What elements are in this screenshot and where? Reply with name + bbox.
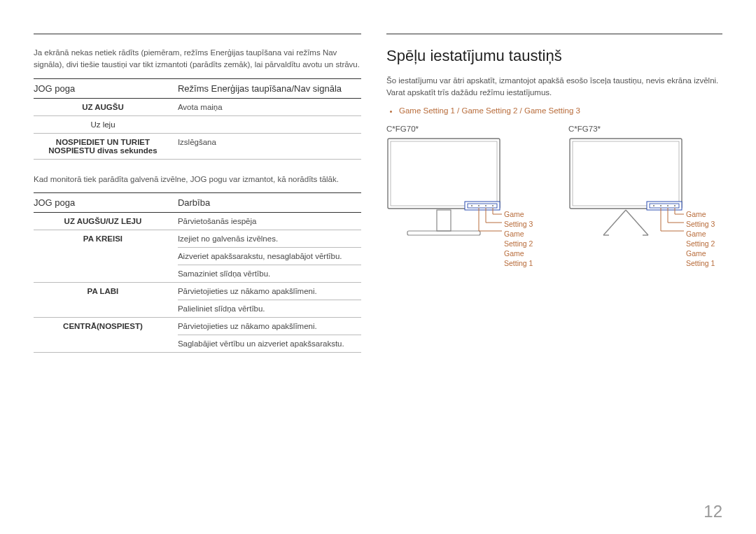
svg-point-17 [674, 204, 676, 206]
game-setting-label: Game Setting 2 [686, 229, 722, 248]
cell: PA KREISI [34, 230, 178, 282]
mid-paragraph: Kad monitorā tiek parādīta galvenā izvēl… [34, 174, 361, 185]
cell: Palieliniet slīdņa vērtību. [178, 300, 361, 317]
cell: Pārvietojieties uz nākamo apakšlīmeni. [178, 317, 361, 335]
table-row: PA LABI Pārvietojieties uz nākamo apakšl… [34, 282, 361, 300]
model-block: C*FG73* Game Setting [568, 125, 722, 269]
game-setting-labels: Game Setting 3 Game Setting 2 Game Setti… [504, 209, 540, 269]
table-row: PA KREISI Izejiet no galvenās izvēlnes. [34, 230, 361, 247]
table-header-row: JOG poga Režīms Enerģijas taupīšana/Nav … [34, 78, 361, 98]
table-row: NOSPIEDIET UN TURIET NOSPIESTU divas sek… [34, 133, 361, 159]
svg-rect-8 [437, 210, 451, 231]
svg-point-5 [478, 204, 479, 206]
cell: Izejiet no galvenās izvēlnes. [178, 230, 361, 247]
cell: Pārvietošanās iespēja [178, 212, 361, 230]
svg-point-14 [653, 204, 654, 206]
cell: Samaziniet slīdņa vērtību. [178, 265, 361, 282]
col-header: Darbība [178, 192, 361, 212]
model-block: C*FG70* G [386, 125, 540, 269]
game-setting-label: Game Setting 2 [504, 229, 540, 248]
intro-paragraph: Ja ekrānā nekas netiek rādīts (piemēram,… [34, 47, 361, 71]
monitor-diagrams: C*FG70* G [386, 125, 722, 269]
game-setting-labels: Game Setting 3 Game Setting 2 Game Setti… [686, 209, 722, 269]
page-number: 12 [704, 502, 722, 521]
rule [386, 34, 722, 34]
model-label: C*FG70* [386, 125, 540, 133]
svg-point-15 [660, 204, 662, 206]
cell: UZ AUGŠU/UZ LEJU [34, 212, 178, 230]
left-column: Ja ekrānā nekas netiek rādīts (piemēram,… [34, 34, 361, 367]
table-row: CENTRĀ(NOSPIEST) Pārvietojieties uz nāka… [34, 317, 361, 335]
cell: Avota maiņa [178, 98, 361, 115]
table-row: Uz leju [34, 115, 361, 133]
svg-point-16 [667, 204, 668, 206]
svg-point-7 [492, 204, 493, 206]
cell: Izslēgšana [178, 133, 361, 159]
table-power-mode: JOG poga Režīms Enerģijas taupīšana/Nav … [34, 78, 361, 160]
svg-rect-12 [647, 202, 682, 210]
game-setting-label: Game Setting 3 [504, 209, 540, 229]
svg-line-18 [603, 210, 626, 235]
cell: CENTRĀ(NOSPIEST) [34, 317, 178, 352]
cell: Saglabājiet vērtību un aizveriet apakšsa… [178, 335, 361, 352]
svg-rect-9 [407, 231, 480, 235]
bullet-list: Game Setting 1 / Game Setting 2 / Game S… [386, 106, 722, 115]
svg-rect-0 [388, 139, 500, 209]
svg-line-19 [626, 210, 648, 235]
svg-rect-11 [573, 141, 679, 206]
right-column: Spēļu iestatījumu taustiņš Šo iestatījum… [386, 34, 722, 367]
game-setting-label: Game Setting 1 [504, 248, 540, 268]
cell [178, 115, 361, 133]
cell: UZ AUGŠU [34, 98, 178, 115]
svg-rect-2 [465, 202, 500, 210]
game-setting-label: Game Setting 1 [686, 248, 722, 268]
table-row: UZ AUGŠU/UZ LEJU Pārvietošanās iespēja [34, 212, 361, 230]
bullet-item: Game Setting 1 / Game Setting 2 / Game S… [399, 106, 722, 115]
col-header: JOG poga [34, 192, 178, 212]
section-title: Spēļu iestatījumu taustiņš [386, 47, 722, 65]
table-row: UZ AUGŠU Avota maiņa [34, 98, 361, 115]
cell: NOSPIEDIET UN TURIET NOSPIESTU divas sek… [34, 133, 178, 159]
col-header: Režīms Enerģijas taupīšana/Nav signāla [178, 78, 361, 98]
cell: PA LABI [34, 282, 178, 317]
rule [34, 34, 361, 34]
cell: Aizveriet apakšsarakstu, nesaglabājot vē… [178, 247, 361, 265]
game-setting-label: Game Setting 3 [686, 209, 722, 229]
svg-point-6 [485, 204, 486, 206]
svg-rect-10 [570, 139, 682, 209]
cell: Uz leju [34, 115, 178, 133]
svg-point-4 [471, 204, 472, 206]
svg-rect-1 [391, 141, 497, 206]
col-header: JOG poga [34, 78, 178, 98]
table-jog-actions: JOG poga Darbība UZ AUGŠU/UZ LEJU Pārvie… [34, 192, 361, 353]
table-header-row: JOG poga Darbība [34, 192, 361, 212]
model-label: C*FG73* [568, 125, 722, 133]
intro-paragraph: Šo iestatījumu var ātri apskatīt, izmant… [386, 75, 722, 99]
cell: Pārvietojieties uz nākamo apakšlīmeni. [178, 282, 361, 300]
